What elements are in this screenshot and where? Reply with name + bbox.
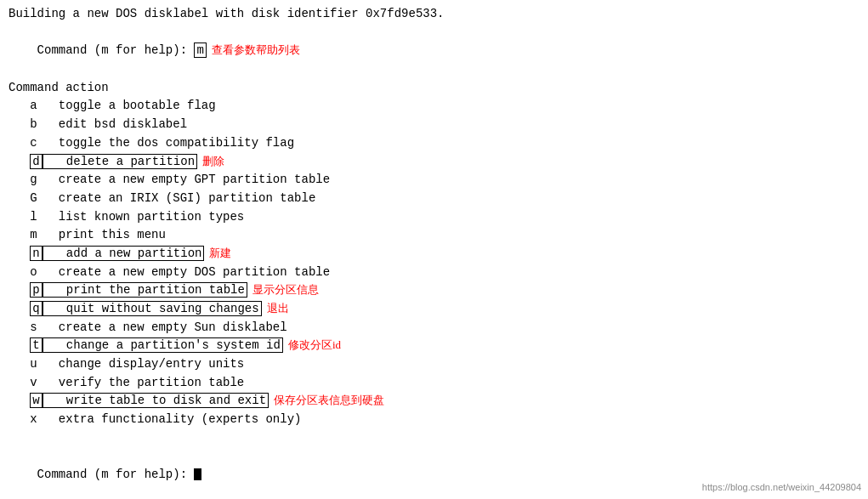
desc-s: create a new empty Sun disklabel <box>37 320 287 334</box>
annotation-q: 退出 <box>267 302 289 315</box>
desc-w: write table to disk and exit <box>43 393 269 408</box>
list-item-d: d delete a partition删除 <box>9 153 859 172</box>
list-item-v: v verify the partition table <box>9 374 859 393</box>
key-l: l <box>30 210 37 224</box>
list-item-w: w write table to disk and exit保存分区表信息到硬盘 <box>9 392 859 411</box>
annotation-d: 删除 <box>202 155 224 167</box>
list-item-p: p print the partition table显示分区信息 <box>9 281 859 300</box>
key-o: o <box>30 265 37 279</box>
desc-q: quit without saving changes <box>43 301 262 316</box>
command-char-1: m <box>194 43 206 58</box>
list-item-s: s create a new empty Sun disklabel <box>9 319 859 337</box>
annotation-p: 显示分区信息 <box>252 283 319 296</box>
key-q: q <box>30 301 42 316</box>
desc-G-cap: create an IRIX (SGI) partition table <box>37 191 316 205</box>
desc-o: create a new empty DOS partition table <box>37 265 330 279</box>
desc-v: verify the partition table <box>37 376 245 389</box>
annotation-m: 查看参数帮助列表 <box>212 43 300 56</box>
watermark: https://blog.csdn.net/weixin_44209804 <box>702 482 861 492</box>
list-item-n: n add a new partition新建 <box>9 245 859 264</box>
terminal: Building a new DOS disklabel with disk i… <box>0 0 868 499</box>
list-item-a: a toggle a bootable flag <box>9 97 859 116</box>
key-m: m <box>30 228 37 241</box>
desc-g: create a new empty GPT partition table <box>37 173 330 186</box>
key-b: b <box>30 117 37 131</box>
list-item-t: t change a partition's system id修改分区id <box>9 337 859 355</box>
header-line: Building a new DOS disklabel with disk i… <box>9 5 859 24</box>
desc-c: toggle the dos compatibility flag <box>37 136 294 150</box>
list-item-l: l list known partition types <box>9 208 859 227</box>
list-item-g: g create a new empty GPT partition table <box>9 171 859 190</box>
desc-d: delete a partition <box>43 154 197 169</box>
desc-n: add a new partition <box>43 246 205 261</box>
key-t: t <box>30 337 42 353</box>
desc-l: list known partition types <box>37 210 245 224</box>
desc-b: edit bsd disklabel <box>37 117 187 131</box>
desc-x: extra functionality (experts only) <box>37 412 302 426</box>
list-item-c: c toggle the dos compatibility flag <box>9 134 859 153</box>
desc-a: toggle a bootable flag <box>37 99 216 112</box>
key-d: d <box>30 154 42 169</box>
list-item-m: m print this menu <box>9 226 859 245</box>
list-item-u: u change display/entry units <box>9 355 859 374</box>
annotation-n: 新建 <box>209 247 231 259</box>
key-c: c <box>30 136 37 150</box>
command-action-label: Command action <box>9 79 859 98</box>
key-g: g <box>30 173 37 186</box>
key-G-cap: G <box>30 191 37 205</box>
key-x: x <box>30 412 37 426</box>
command-line-1: Command (m for help): m查看参数帮助列表 <box>9 24 859 79</box>
list-item-G: G create an IRIX (SGI) partition table <box>9 190 859 208</box>
annotation-w: 保存分区表信息到硬盘 <box>274 394 384 406</box>
desc-p: print the partition table <box>43 282 247 298</box>
blank-line <box>9 429 859 448</box>
command-prompt-2: Command (m for help): <box>37 468 195 481</box>
list-item-o: o create a new empty DOS partition table <box>9 264 859 282</box>
annotation-t: 修改分区id <box>288 338 341 351</box>
list-item-b: b edit bsd disklabel <box>9 116 859 134</box>
key-n: n <box>30 246 42 261</box>
key-u: u <box>30 357 37 371</box>
list-item-q: q quit without saving changes退出 <box>9 300 859 319</box>
key-s: s <box>30 320 37 334</box>
desc-t: change a partition's system id <box>43 337 283 353</box>
key-p: p <box>30 282 42 298</box>
desc-m: print this menu <box>37 228 166 241</box>
cursor <box>194 468 201 480</box>
key-v: v <box>30 376 37 389</box>
desc-u: change display/entry units <box>37 357 245 371</box>
key-a: a <box>30 99 37 112</box>
key-w: w <box>30 393 42 408</box>
list-item-x: x extra functionality (experts only) <box>9 411 859 429</box>
command-prompt-1: Command (m for help): <box>37 43 195 57</box>
